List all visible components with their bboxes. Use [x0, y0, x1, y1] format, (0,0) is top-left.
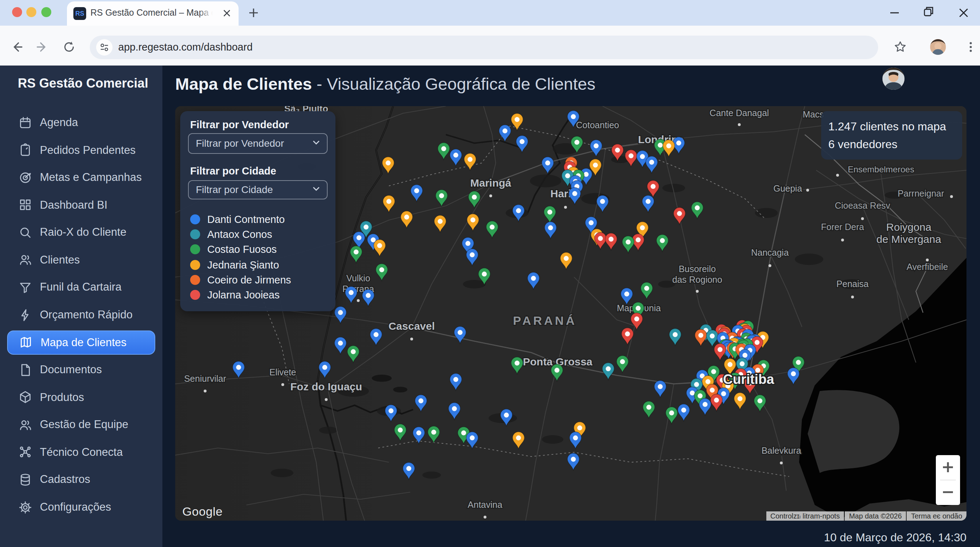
svg-text:Nancagia: Nancagia	[751, 248, 789, 258]
svg-text:Macs: Macs	[803, 109, 824, 119]
svg-text:Guepia: Guepia	[773, 183, 802, 193]
svg-text:Cotoantieo: Cotoantieo	[576, 120, 619, 130]
svg-text:Averfibeile: Averfibeile	[907, 262, 948, 272]
svg-text:das Rogiono: das Rogiono	[672, 275, 722, 285]
svg-text:Forer Dera: Forer Dera	[821, 222, 864, 232]
svg-text:Penaisa: Penaisa	[837, 279, 869, 289]
svg-text:Antavina: Antavina	[468, 499, 502, 510]
svg-text:Elivete: Elivete	[269, 367, 296, 377]
svg-text:Foz do Iguaçu: Foz do Iguaçu	[290, 381, 362, 393]
svg-text:Roiygona: Roiygona	[886, 221, 932, 233]
svg-text:Vulkio: Vulkio	[346, 273, 370, 283]
svg-text:Curitiba: Curitiba	[723, 372, 774, 387]
svg-text:Maringá: Maringá	[470, 177, 511, 189]
svg-text:Busoreilo: Busoreilo	[679, 264, 716, 274]
svg-text:Seniurvilar: Seniurvilar	[184, 374, 226, 383]
svg-text:Ensembelmeroes: Ensembelmeroes	[848, 165, 915, 174]
svg-text:Parrneignar: Parrneignar	[898, 188, 944, 198]
svg-text:PARANÁ: PARANÁ	[513, 314, 577, 327]
svg-text:de Mivergana: de Mivergana	[877, 233, 941, 245]
svg-text:Cante Danagal: Cante Danagal	[710, 108, 769, 118]
svg-text:Cioeasa Resv: Cioeasa Resv	[835, 200, 890, 210]
svg-text:Cascavel: Cascavel	[388, 320, 435, 332]
svg-text:Balevkura: Balevkura	[761, 445, 801, 455]
